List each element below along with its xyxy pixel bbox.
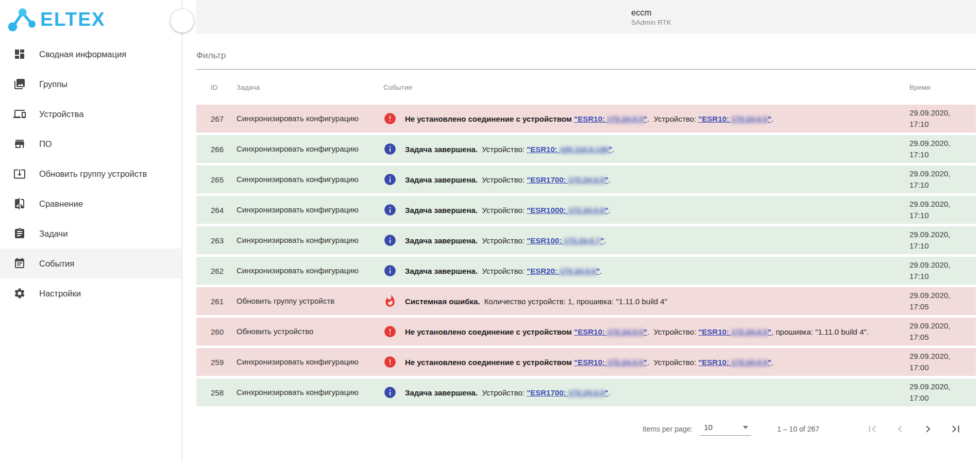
event-text: Задача завершена. Устройство: "ESR1000: … xyxy=(405,205,611,216)
last-page-icon[interactable] xyxy=(949,422,962,436)
device-link[interactable]: 172.24.0.6 xyxy=(560,267,596,275)
device-link[interactable]: 172.24.0.5 xyxy=(731,358,768,367)
cell-task: Синхронизировать конфигурацию xyxy=(236,202,383,218)
sidebar-item-groups[interactable]: Группы xyxy=(0,69,182,99)
cell-event: Системная ошибка. Количество устройств: … xyxy=(383,291,909,311)
device-link[interactable]: "ESR10: xyxy=(698,358,731,367)
info-icon xyxy=(383,386,397,399)
device-link[interactable]: 100.110.0.130 xyxy=(560,145,609,154)
device-link[interactable]: "ESR20: xyxy=(527,267,560,275)
cell-task: Синхронизировать конфигурацию xyxy=(236,262,383,279)
user-block: eccm SAdmin RTK xyxy=(631,7,671,27)
collections-icon xyxy=(13,78,26,90)
sidebar: ELTEX Сводная информация Группы Устройст… xyxy=(0,0,182,462)
system-update-icon xyxy=(13,168,26,180)
cell-time: 29.09.2020, 17:05 xyxy=(909,290,976,312)
sidebar-item-settings[interactable]: Настройки xyxy=(0,278,182,308)
sidebar-nav: Сводная информация Группы Устройства ПО … xyxy=(0,39,182,308)
sidebar-item-dashboard[interactable]: Сводная информация xyxy=(0,39,182,69)
cell-time: 29.09.2020, 17:10 xyxy=(909,168,976,191)
device-link[interactable]: 172.24.0.9 xyxy=(568,388,605,397)
sidebar-collapse-button[interactable] xyxy=(171,9,194,32)
event-text: Задача завершена. Устройство: "ESR20: 17… xyxy=(405,266,602,276)
info-icon xyxy=(383,173,397,186)
cell-id: 260 xyxy=(196,327,236,336)
devices-icon xyxy=(13,108,26,120)
cell-event: Не установлено соединение с устройством … xyxy=(383,352,909,372)
event-text: Системная ошибка. Количество устройств: … xyxy=(405,296,667,307)
device-link[interactable]: "ESR10: xyxy=(574,114,607,123)
device-link[interactable]: "ESR10: xyxy=(527,145,560,154)
sidebar-item-label: Устройства xyxy=(39,109,83,119)
flame-icon xyxy=(383,294,397,308)
sidebar-item-compare[interactable]: Сравнение xyxy=(0,189,182,219)
device-link[interactable]: " xyxy=(644,114,647,123)
calendar-icon[interactable] xyxy=(598,10,612,24)
user-name: SAdmin RTK xyxy=(631,18,671,27)
device-link[interactable]: " xyxy=(644,358,647,367)
chevron-right-icon[interactable] xyxy=(921,422,935,436)
device-link[interactable]: " xyxy=(605,388,609,397)
cell-task: Обновить группу устройств xyxy=(236,293,383,309)
device-link[interactable]: 172.24.0.5 xyxy=(607,327,644,336)
items-per-page-value: 10 xyxy=(704,423,713,432)
error-icon xyxy=(383,355,397,369)
device-link[interactable]: 172.24.0.8 xyxy=(568,206,605,214)
cell-time: 29.09.2020, 17:10 xyxy=(909,107,976,130)
device-link[interactable]: 172.24.0.5 xyxy=(731,114,768,123)
info-icon xyxy=(383,264,397,277)
cell-event: Задача завершена. Устройство: "ESR1000: … xyxy=(383,200,909,220)
device-link[interactable]: "ESR1700: xyxy=(527,388,568,397)
sidebar-item-software[interactable]: ПО xyxy=(0,129,182,159)
device-link[interactable]: 172.24.0.9 xyxy=(568,175,605,184)
table-row: 261 Обновить группу устройств Системная … xyxy=(196,287,976,315)
device-link[interactable]: "ESR100: xyxy=(527,236,564,245)
cell-id: 258 xyxy=(196,388,236,397)
device-link[interactable]: 172.24.0.5 xyxy=(731,327,768,336)
assignment-icon xyxy=(13,227,26,240)
device-link[interactable]: "ESR10: xyxy=(574,358,607,367)
device-link[interactable]: "ESR1700: xyxy=(527,175,568,184)
device-link[interactable]: "ESR10: xyxy=(574,327,607,336)
cell-time: 29.09.2020, 17:00 xyxy=(909,381,976,404)
column-header-event: Событие xyxy=(383,84,909,91)
sidebar-item-devices[interactable]: Устройства xyxy=(0,99,182,129)
cell-id: 267 xyxy=(196,114,236,123)
cell-task: Синхронизировать конфигурацию xyxy=(236,171,383,188)
items-per-page-select[interactable]: 10 xyxy=(700,422,751,436)
device-link[interactable]: "ESR10: xyxy=(698,114,731,123)
paginator-nav xyxy=(851,422,962,436)
table-row: 266 Синхронизировать конфигурацию Задача… xyxy=(196,135,976,163)
device-link[interactable]: "ESR10: xyxy=(698,327,731,336)
sidebar-item-events[interactable]: События xyxy=(0,249,182,278)
device-link[interactable]: " xyxy=(596,267,600,275)
column-header-task: Задача xyxy=(236,84,383,91)
sidebar-item-label: Сводная информация xyxy=(39,50,126,59)
first-page-icon[interactable] xyxy=(866,422,879,436)
device-link[interactable]: " xyxy=(644,327,647,336)
sidebar-item-update-group[interactable]: Обновить группу устройств xyxy=(0,159,182,189)
cell-event: Задача завершена. Устройство: "ESR10: 10… xyxy=(383,139,909,159)
device-link[interactable]: " xyxy=(605,206,609,214)
cell-event: Не установлено соединение с устройством … xyxy=(383,322,909,341)
column-header-time: Время xyxy=(909,84,976,91)
main-content: eccm SAdmin RTK ID Задача Событие Время … xyxy=(182,0,980,462)
cell-time: 29.09.2020, 17:10 xyxy=(909,199,976,221)
device-link[interactable]: 172.24.0.5 xyxy=(607,358,644,367)
top-toolbar: eccm SAdmin RTK xyxy=(196,0,976,34)
logout-icon[interactable] xyxy=(951,10,965,24)
event-text: Задача завершена. Устройство: "ESR1700: … xyxy=(405,387,611,398)
chevron-left-icon[interactable] xyxy=(893,422,907,436)
event-text: Задача завершена. Устройство: "ESR100: 1… xyxy=(405,235,606,246)
sidebar-item-label: Настройки xyxy=(39,289,81,299)
event-text: Задача завершена. Устройство: "ESR10: 10… xyxy=(405,144,614,155)
device-link[interactable]: " xyxy=(605,175,609,184)
device-link[interactable]: 172.24.0.7 xyxy=(564,236,600,245)
sidebar-item-label: События xyxy=(39,259,74,269)
mail-icon[interactable] xyxy=(566,10,580,24)
sidebar-item-tasks[interactable]: Задачи xyxy=(0,219,182,249)
filter-input[interactable] xyxy=(196,44,976,70)
device-link[interactable]: "ESR1000: xyxy=(527,206,568,214)
device-link[interactable]: 172.24.0.5 xyxy=(607,114,644,123)
event-icon xyxy=(13,257,26,270)
